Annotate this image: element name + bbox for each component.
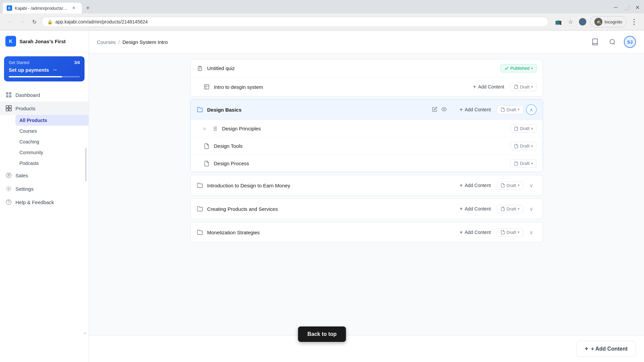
- sub-item-intro-desgin: Intro to desgin system + Add Content Dra…: [191, 77, 543, 96]
- design-basics-actions: + Add Content Draft ▾ ∧: [456, 104, 536, 115]
- close-window-btn[interactable]: ✕: [633, 3, 641, 11]
- svg-rect-4: [6, 106, 8, 108]
- incognito-button[interactable]: 🕵 Incognito: [590, 16, 627, 27]
- principles-draft-chevron-icon: ▾: [531, 126, 533, 131]
- sidebar-item-coaching[interactable]: Coaching: [15, 136, 89, 147]
- expand-section-btn[interactable]: ∨: [526, 203, 537, 214]
- tab-title: Kajabi - /admin/products/21481...: [15, 6, 68, 11]
- design-principles-title: Design Principles: [222, 126, 506, 131]
- sales-icon: [5, 172, 12, 179]
- sidebar-item-settings[interactable]: Settings: [0, 182, 89, 195]
- folder-icon: [197, 106, 203, 113]
- new-tab-button[interactable]: +: [83, 3, 93, 13]
- quiz-icon: [197, 65, 203, 72]
- back-btn[interactable]: ←: [5, 17, 15, 26]
- design-tools-actions: Draft ▾: [510, 142, 536, 150]
- svg-line-13: [614, 43, 615, 45]
- drag-handle-icon[interactable]: ≡: [203, 126, 206, 131]
- expand-section-btn[interactable]: ∨: [526, 227, 537, 238]
- user-avatar[interactable]: SJ: [624, 36, 636, 48]
- monetization-row: Monetization Strategies + Add Content Dr…: [191, 222, 543, 242]
- profile-icon[interactable]: 👤: [578, 17, 587, 26]
- tab-close-btn[interactable]: ✕: [71, 5, 76, 11]
- add-content-btn-earn[interactable]: + Add Content: [456, 180, 494, 190]
- list-item: Introduction to Design to Earn Money + A…: [190, 175, 543, 196]
- svg-rect-7: [9, 109, 11, 111]
- sidebar-item-help[interactable]: Help & Feedback: [0, 195, 89, 209]
- sidebar-nav: Dashboard Products All Products Courses …: [0, 85, 89, 362]
- reload-btn[interactable]: ↻: [30, 17, 39, 26]
- monetization-draft-badge[interactable]: Draft ▾: [497, 228, 523, 237]
- tools-draft-badge[interactable]: Draft ▾: [510, 142, 536, 150]
- add-content-btn-intro[interactable]: + Add Content: [470, 82, 507, 92]
- more-options-icon[interactable]: ⋮: [629, 17, 639, 26]
- svg-rect-17: [204, 84, 209, 89]
- cast-icon[interactable]: 📺: [554, 17, 563, 26]
- add-content-btn-basics[interactable]: + Add Content: [456, 105, 494, 115]
- basics-draft-chevron-icon: ▾: [518, 107, 520, 112]
- creating-draft-badge[interactable]: Draft ▾: [497, 205, 523, 213]
- sidebar-header: K Sarah Jonas's First: [0, 31, 89, 52]
- principles-draft-badge[interactable]: Draft ▾: [510, 124, 536, 133]
- collapse-section-btn[interactable]: ∧: [526, 104, 537, 115]
- svg-rect-1: [9, 92, 11, 95]
- process-draft-badge[interactable]: Draft ▾: [510, 159, 536, 168]
- plus-icon: +: [460, 206, 463, 212]
- book-icon[interactable]: [589, 36, 601, 48]
- svg-rect-14: [199, 66, 201, 67]
- add-content-btn-monetization[interactable]: + Add Content: [456, 227, 494, 237]
- preview-icon[interactable]: [441, 107, 447, 113]
- svg-rect-6: [6, 109, 8, 111]
- help-icon: [5, 199, 12, 205]
- plus-icon: +: [473, 84, 476, 90]
- sidebar-logo: K: [5, 36, 16, 47]
- products-children: All Products Courses Coaching Community …: [0, 115, 89, 169]
- intro-draft-badge[interactable]: Draft ▾: [510, 83, 536, 91]
- sidebar-item-courses[interactable]: Courses: [15, 126, 89, 136]
- svg-rect-2: [6, 95, 8, 98]
- sidebar-item-products[interactable]: Products: [0, 102, 89, 115]
- settings-icon: [5, 185, 12, 192]
- expand-section-btn[interactable]: ∨: [526, 180, 537, 191]
- design-process-title: Design Process: [214, 161, 506, 166]
- bottom-add-content-label: + Add Content: [591, 346, 628, 352]
- untitled-quiz-actions: Published ▾: [500, 64, 536, 72]
- published-status-badge[interactable]: Published ▾: [500, 64, 536, 72]
- url-bar[interactable]: 🔒 app.kajabi.com/admin/products/21481456…: [42, 17, 548, 27]
- back-to-top-btn[interactable]: Back to top: [298, 326, 346, 342]
- earn-draft-chevron-icon: ▾: [518, 183, 520, 188]
- sidebar-item-podcasts[interactable]: Podcasts: [15, 158, 89, 169]
- plus-icon: +: [460, 107, 463, 113]
- lock-icon: 🔒: [47, 19, 53, 24]
- design-basics-row: Design Basics + Add Content: [191, 100, 543, 120]
- tools-draft-chevron-icon: ▾: [531, 144, 533, 148]
- dashboard-icon: [5, 92, 12, 98]
- sidebar-item-dashboard[interactable]: Dashboard: [0, 88, 89, 102]
- forward-btn[interactable]: →: [17, 17, 27, 26]
- search-icon[interactable]: [606, 36, 619, 48]
- browser-chrome: K Kajabi - /admin/products/21481... ✕ + …: [0, 0, 644, 31]
- earn-draft-badge[interactable]: Draft ▾: [497, 181, 523, 190]
- get-started-banner[interactable]: Get Started 3/4 Set up payments →: [4, 56, 85, 81]
- edit-icon[interactable]: [432, 107, 437, 113]
- svg-point-12: [610, 40, 614, 44]
- basics-draft-badge[interactable]: Draft ▾: [497, 106, 523, 114]
- minimize-btn[interactable]: ─: [612, 3, 620, 11]
- sidebar-item-all-products[interactable]: All Products: [15, 115, 89, 126]
- intro-design-earn-title: Introduction to Design to Earn Money: [207, 183, 452, 188]
- add-content-btn-creating[interactable]: + Add Content: [456, 204, 494, 214]
- bottom-add-content-btn[interactable]: + + Add Content: [576, 341, 636, 357]
- active-tab[interactable]: K Kajabi - /admin/products/21481... ✕: [3, 3, 82, 13]
- sidebar-item-help-label: Help & Feedback: [15, 199, 54, 205]
- design-process-actions: Draft ▾: [510, 159, 536, 168]
- bookmark-icon[interactable]: ☆: [566, 17, 575, 26]
- sidebar-scroll-down-icon[interactable]: ⌄: [83, 329, 87, 335]
- design-principles-actions: Draft ▾: [510, 124, 536, 133]
- monetization-actions: + Add Content Draft ▾ ∨: [456, 227, 536, 238]
- maximize-btn[interactable]: ⬜: [623, 3, 631, 11]
- sidebar-item-community[interactable]: Community: [15, 147, 89, 158]
- breadcrumb-parent[interactable]: Courses: [97, 39, 116, 45]
- sidebar: K Sarah Jonas's First Get Started 3/4 Se…: [0, 31, 89, 362]
- bottom-bar: + + Add Content: [89, 335, 644, 362]
- sidebar-item-sales[interactable]: Sales: [0, 169, 89, 182]
